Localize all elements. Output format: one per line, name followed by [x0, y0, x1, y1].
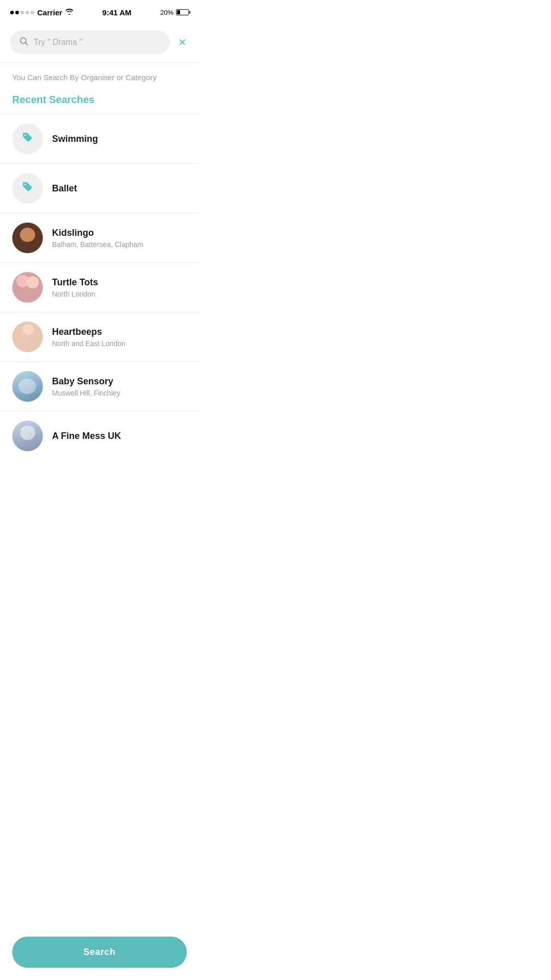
signal-dot-1	[10, 11, 14, 14]
list-item-ballet[interactable]: Ballet	[0, 164, 199, 213]
close-button[interactable]: ✕	[176, 34, 189, 51]
item-title-swimming: Swimming	[52, 134, 98, 144]
status-left: Carrier	[10, 8, 73, 17]
item-title-kidslingo: Kidslingo	[52, 228, 143, 238]
svg-point-2	[24, 184, 26, 185]
search-placeholder: Try " Drama "	[34, 38, 82, 47]
recent-searches-title: Recent Searches	[0, 86, 199, 114]
avatar-baby-sensory	[12, 371, 43, 402]
status-right: 20%	[160, 9, 189, 16]
battery-percentage: 20%	[160, 9, 173, 16]
search-bar-container: Try " Drama " ✕	[0, 22, 199, 62]
avatar-swimming	[12, 124, 43, 154]
list-item-kidslingo[interactable]: Kidslingo Balham, Battersea, Clapham	[0, 213, 199, 262]
signal-dots	[10, 11, 34, 14]
item-subtitle-kidslingo: Balham, Battersea, Clapham	[52, 240, 143, 249]
item-title-ballet: Ballet	[52, 183, 77, 194]
avatar-heartbeeps	[12, 322, 43, 352]
item-text-ballet: Ballet	[52, 183, 77, 194]
list-item-swimming[interactable]: Swimming	[0, 114, 199, 163]
item-text-baby-sensory: Baby Sensory Muswell Hill, Finchley	[52, 376, 120, 397]
tag-icon-ballet	[21, 181, 34, 196]
signal-dot-3	[20, 11, 24, 14]
signal-dot-4	[26, 11, 29, 14]
avatar-turtle-tots	[12, 272, 43, 303]
item-subtitle-heartbeeps: North and East London	[52, 339, 126, 348]
list-item-turtle-tots[interactable]: Turtle Tots North London	[0, 263, 199, 312]
tag-icon-swimming	[21, 131, 34, 146]
item-title-heartbeeps: Heartbeeps	[52, 327, 126, 337]
list-item-baby-sensory[interactable]: Baby Sensory Muswell Hill, Finchley	[0, 362, 199, 411]
item-subtitle-baby-sensory: Muswell Hill, Finchley	[52, 389, 120, 397]
content-area: You Can Search By Organiser or Category …	[0, 63, 199, 511]
item-text-swimming: Swimming	[52, 134, 98, 144]
battery-fill	[177, 10, 180, 14]
item-subtitle-turtle-tots: North London	[52, 290, 98, 298]
helper-text: You Can Search By Organiser or Category	[0, 63, 199, 86]
item-text-kidslingo: Kidslingo Balham, Battersea, Clapham	[52, 228, 143, 249]
carrier-label: Carrier	[37, 8, 62, 17]
time-display: 9:41 AM	[103, 8, 132, 17]
status-bar: Carrier 9:41 AM 20%	[0, 0, 199, 22]
item-text-heartbeeps: Heartbeeps North and East London	[52, 327, 126, 348]
avatar-ballet	[12, 173, 43, 204]
search-icon	[19, 37, 29, 48]
item-text-fine-mess: A Fine Mess UK	[52, 431, 121, 442]
battery-icon	[176, 9, 189, 15]
item-title-baby-sensory: Baby Sensory	[52, 376, 120, 387]
close-icon: ✕	[178, 37, 187, 48]
list-item-fine-mess[interactable]: A Fine Mess UK	[0, 411, 199, 460]
item-text-turtle-tots: Turtle Tots North London	[52, 277, 98, 298]
avatar-fine-mess	[12, 421, 43, 451]
item-title-turtle-tots: Turtle Tots	[52, 277, 98, 288]
search-input-wrapper[interactable]: Try " Drama "	[10, 31, 170, 54]
svg-point-1	[24, 134, 26, 136]
avatar-kidslingo	[12, 223, 43, 253]
item-title-fine-mess: A Fine Mess UK	[52, 431, 121, 442]
signal-dot-5	[31, 11, 34, 14]
list-item-heartbeeps[interactable]: Heartbeeps North and East London	[0, 312, 199, 361]
wifi-icon	[65, 8, 73, 16]
signal-dot-2	[15, 11, 19, 14]
